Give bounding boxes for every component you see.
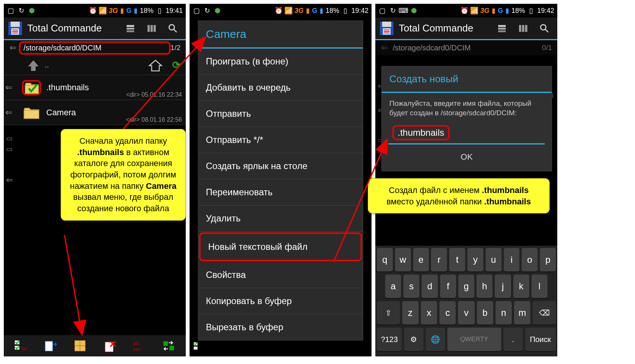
stacks-icon[interactable] (125, 23, 136, 34)
select-button[interactable] (193, 340, 205, 353)
key-y[interactable]: y (467, 248, 483, 271)
stacks-icon[interactable] (497, 23, 507, 34)
ok-button[interactable]: OK (382, 144, 552, 163)
columns-icon[interactable] (518, 23, 528, 34)
key-s[interactable]: s (403, 275, 419, 298)
key-backspace[interactable]: ⌫ (533, 301, 556, 325)
back-arrow-icon[interactable]: ⇐ (7, 43, 19, 53)
key-a[interactable]: a (385, 275, 401, 298)
columns-icon[interactable] (146, 23, 157, 34)
key-j[interactable]: j (495, 275, 511, 298)
folder-icon[interactable] (22, 105, 41, 120)
home-icon[interactable] (144, 59, 167, 72)
key-o[interactable]: o (522, 248, 538, 271)
key-q[interactable]: q (377, 248, 393, 271)
key-f[interactable]: f (440, 275, 456, 298)
select-button[interactable]: Sel (13, 337, 29, 354)
menu-item-shortcut[interactable]: Создать ярлык на столе (198, 153, 363, 179)
key-d[interactable]: d (422, 275, 437, 298)
key-shift[interactable]: ⇧ (377, 301, 400, 325)
callout-text: вместо удалённой папки (387, 197, 484, 206)
svg-rect-17 (45, 341, 53, 351)
key-r[interactable]: r (431, 248, 447, 271)
signal-3g-icon: 3G (295, 7, 304, 15)
key-p[interactable]: p (540, 248, 556, 271)
onscreen-keyboard: q w e r t y u i o p a s d f g h j k l ⇧ … (375, 246, 557, 356)
key-c[interactable]: c (439, 301, 456, 325)
key-space[interactable]: QWERTY (447, 328, 501, 351)
search-icon[interactable] (168, 23, 178, 34)
menu-item-send-any[interactable]: Отправить */* (198, 127, 363, 153)
svg-rect-34 (525, 25, 527, 32)
menu-item-delete[interactable]: Удалить (198, 206, 363, 232)
menu-item-send[interactable]: Отправить (198, 101, 363, 127)
key-globe[interactable]: 🌐 (426, 328, 445, 351)
pack-button[interactable] (72, 337, 88, 354)
back-arrow-icon[interactable]: ⇐ (378, 43, 390, 53)
search-icon[interactable] (539, 23, 550, 34)
folder-checked-icon[interactable] (22, 80, 41, 95)
refresh-icon: ↻ (17, 7, 25, 14)
key-n[interactable]: n (495, 301, 512, 325)
key-v[interactable]: v (458, 301, 474, 325)
refresh-icon[interactable]: ⟳ (167, 59, 186, 71)
parent-folder-icon[interactable] (22, 59, 45, 72)
file-name: Camera (46, 108, 186, 118)
signal-g-icon: G (498, 7, 503, 15)
key-l[interactable]: l (532, 275, 547, 298)
swap-panels-button[interactable] (160, 337, 177, 354)
key-z[interactable]: z (402, 301, 419, 325)
current-path[interactable]: /storage/sdcard0/DCIM (19, 41, 171, 55)
menu-item-cut-clipboard[interactable]: Вырезать в буфер (198, 314, 363, 340)
key-i[interactable]: i (504, 248, 520, 271)
key-u[interactable]: u (486, 248, 502, 271)
key-123[interactable]: ?123 (377, 328, 402, 351)
filename-input[interactable]: .thumbnails (389, 124, 545, 144)
page-indicator: 0/1 (542, 44, 554, 52)
delete-button[interactable] (101, 337, 118, 354)
key-h[interactable]: h (477, 275, 492, 298)
menu-item-properties[interactable]: Свойства (198, 262, 363, 288)
menu-item-queue[interactable]: Добавить в очередь (198, 75, 363, 101)
key-search[interactable]: Поиск (525, 328, 556, 351)
key-b[interactable]: b (477, 301, 493, 325)
svg-rect-6 (127, 25, 134, 27)
file-row-thumbnails[interactable]: ⇐ .thumbnails <dir> 05.01.16 22:34 (4, 75, 186, 100)
signal-3g-icon: 3G (109, 7, 118, 15)
wifi-icon: 📶 (470, 7, 478, 14)
key-settings[interactable]: ⚙ (404, 328, 423, 351)
clock-time: 19:42 (351, 7, 368, 15)
app-bar: Total Commande (4, 17, 186, 40)
file-meta: <dir> 08.01.16 22:56 (126, 116, 182, 123)
menu-item-copy-clipboard[interactable]: Копировать в буфер (198, 288, 363, 314)
menu-item-new-text-file[interactable]: Новый текстовый файл (199, 232, 362, 261)
svg-rect-7 (127, 28, 134, 30)
sort-button[interactable]: ab↓cd✓ (131, 337, 147, 354)
key-m[interactable]: m (514, 301, 530, 325)
battery-percent: 18% (326, 7, 339, 15)
key-g[interactable]: g (458, 275, 474, 298)
menu-item-rename[interactable]: Переименовать (198, 179, 363, 206)
status-bar: ▢ ↻ ⬢ ⏰ 📶 3G ▮ G ▮ 18% ▯ 19:41 (4, 4, 186, 17)
svg-rect-10 (151, 25, 153, 32)
svg-rect-29 (498, 25, 506, 27)
parent-label[interactable]: .. (45, 61, 144, 69)
copy-button[interactable] (42, 337, 59, 354)
key-dot[interactable]: . (503, 328, 523, 351)
key-e[interactable]: e (413, 248, 429, 271)
globe-icon: 🌐 (431, 335, 440, 344)
key-k[interactable]: k (513, 275, 529, 298)
signal-g-icon: G (126, 7, 132, 15)
key-w[interactable]: w (395, 248, 411, 271)
gear-icon: ⚙ (410, 335, 417, 344)
file-row-camera[interactable]: ⇐ Camera <dir> 08.01.16 22:56 (4, 100, 186, 125)
path-bar: ⇐ /storage/sdcard0/DCIM 1/2 (4, 40, 186, 55)
menu-item-play[interactable]: Проиграть (в фоне) (198, 49, 363, 75)
current-path[interactable]: /storage/sdcard0/DCIM (390, 44, 542, 52)
key-t[interactable]: t (449, 248, 465, 271)
key-x[interactable]: x (421, 301, 437, 325)
page-indicator: 1/2 (171, 44, 183, 52)
annotation-callout-2: Создал файл с именем .thumbnails вместо … (368, 178, 550, 213)
callout-text: вызвал меню, где выбрал создание нового … (73, 192, 173, 213)
gallery-icon: ▢ (193, 7, 200, 14)
